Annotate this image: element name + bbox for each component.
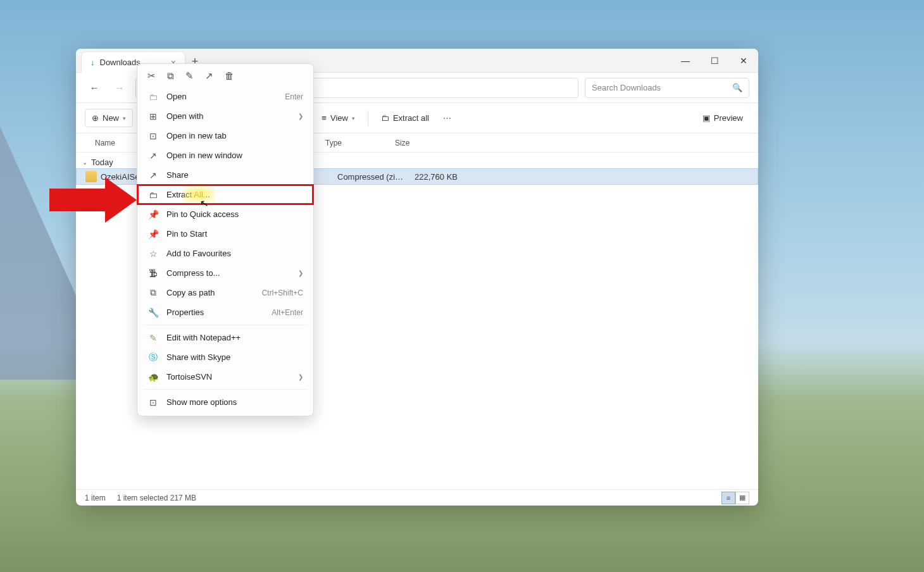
status-item-count: 1 item — [85, 494, 106, 502]
pin-icon: 📌 — [147, 229, 159, 239]
menu-show-more-options[interactable]: ⊡ Show more options — [137, 392, 313, 412]
menu-divider — [144, 389, 307, 390]
extract-icon: 🗀 — [381, 113, 389, 123]
download-icon: ↓ — [91, 58, 95, 67]
menu-share[interactable]: ↗ Share — [137, 165, 313, 185]
status-selected: 1 item selected 217 MB — [117, 494, 196, 502]
menu-pin-start[interactable]: 📌 Pin to Start — [137, 224, 313, 244]
preview-icon: ▣ — [702, 113, 710, 123]
chevron-down-icon: ▾ — [123, 115, 126, 121]
view-button[interactable]: ≡ View ▾ — [315, 109, 361, 127]
menu-show-more-label: Show more options — [166, 397, 303, 407]
more-button[interactable]: ⋯ — [439, 109, 455, 127]
delete-icon[interactable]: 🗑 — [225, 70, 234, 82]
forward-button[interactable]: → — [110, 78, 129, 97]
menu-open-new-tab-label: Open in new tab — [166, 131, 303, 140]
star-icon: ☆ — [147, 249, 159, 259]
search-icon: 🔍 — [732, 83, 742, 92]
menu-copy-path-label: Copy as path — [166, 288, 254, 297]
menu-open-new-window-label: Open in new window — [166, 151, 303, 160]
minimize-button[interactable]: — — [671, 49, 700, 72]
new-tab-icon: ⊡ — [147, 131, 159, 141]
chevron-right-icon: ❯ — [298, 373, 303, 380]
extract-all-button[interactable]: 🗀 Extract all — [375, 109, 435, 127]
close-window-button[interactable]: ✕ — [729, 49, 758, 72]
new-window-icon: ↗ — [147, 151, 159, 161]
menu-extract-all-label: Extract All... — [166, 190, 303, 199]
notepad-icon: ✎ — [147, 333, 159, 343]
toolbar-separator — [368, 111, 368, 126]
menu-pin-quick-label: Pin to Quick access — [166, 209, 303, 219]
zip-file-icon — [85, 171, 97, 182]
group-label: Today — [91, 158, 113, 167]
pin-icon: 📌 — [147, 209, 159, 220]
extract-icon: 🗀 — [147, 190, 159, 200]
menu-share-skype[interactable]: Ⓢ Share with Skype — [137, 347, 313, 367]
maximize-button[interactable]: ☐ — [700, 49, 729, 72]
menu-tortoise-label: TortoiseSVN — [166, 372, 290, 382]
extract-all-label: Extract all — [393, 113, 429, 123]
column-type[interactable]: Type — [325, 139, 395, 147]
properties-icon: 🔧 — [147, 308, 159, 318]
menu-compress-to[interactable]: 🗜 Compress to... ❯ — [137, 263, 313, 283]
rename-icon[interactable]: ✎ — [185, 70, 194, 82]
menu-pin-quick-access[interactable]: 📌 Pin to Quick access — [137, 204, 313, 224]
menu-properties-label: Properties — [166, 308, 264, 317]
chevron-right-icon: ❯ — [298, 270, 303, 277]
tab-title: Downloads — [100, 58, 140, 67]
cut-icon[interactable]: ✂ — [147, 70, 156, 82]
menu-edit-notepad[interactable]: ✎ Edit with Notepad++ — [137, 328, 313, 347]
menu-copy-as-path[interactable]: ⧉ Copy as path Ctrl+Shift+C — [137, 283, 313, 302]
plus-circle-icon: ⊕ — [92, 113, 99, 123]
menu-divider — [144, 325, 307, 325]
file-type: Compressed (zipp... — [337, 172, 407, 182]
new-button[interactable]: ⊕ New ▾ — [85, 109, 133, 127]
menu-edit-notepad-label: Edit with Notepad++ — [166, 333, 303, 342]
tortoisesvn-icon: 🐢 — [147, 372, 159, 382]
menu-share-label: Share — [166, 170, 303, 180]
context-menu-toolbar: ✂ ⧉ ✎ ↗ 🗑 — [137, 68, 313, 87]
menu-open-shortcut: Enter — [285, 92, 303, 101]
thumbnails-view-button[interactable]: ▦ — [735, 492, 749, 504]
menu-share-skype-label: Share with Skype — [166, 352, 303, 362]
menu-extract-all[interactable]: 🗀 Extract All... — [137, 185, 313, 204]
menu-open-with-label: Open with — [166, 111, 290, 121]
folder-icon: 🗀 — [147, 92, 159, 102]
menu-open-label: Open — [166, 92, 277, 101]
more-icon: ⊡ — [147, 397, 159, 407]
copy-path-icon: ⧉ — [147, 287, 159, 298]
menu-open-new-window[interactable]: ↗ Open in new window — [137, 146, 313, 165]
menu-pin-start-label: Pin to Start — [166, 229, 303, 239]
menu-tortoisesvn[interactable]: 🐢 TortoiseSVN ❯ — [137, 367, 313, 387]
menu-properties[interactable]: 🔧 Properties Alt+Enter — [137, 302, 313, 322]
copy-icon[interactable]: ⧉ — [167, 70, 174, 82]
chevron-right-icon: ❯ — [298, 113, 303, 120]
view-icon: ≡ — [322, 113, 327, 123]
chevron-down-icon: ⌄ — [82, 159, 87, 166]
details-view-button[interactable]: ≡ — [721, 492, 735, 504]
menu-open[interactable]: 🗀 Open Enter — [137, 87, 313, 106]
search-input[interactable]: Search Downloads 🔍 — [585, 78, 749, 98]
search-placeholder: Search Downloads — [592, 83, 661, 92]
menu-add-favourites-label: Add to Favourites — [166, 249, 303, 258]
context-menu: ✂ ⧉ ✎ ↗ 🗑 🗀 Open Enter ⊞ Open with ❯ ⊡ O… — [137, 63, 314, 416]
menu-add-favourites[interactable]: ☆ Add to Favourites — [137, 244, 313, 263]
new-label: New — [103, 113, 119, 123]
compress-icon: 🗜 — [147, 268, 159, 278]
share-icon[interactable]: ↗ — [205, 70, 213, 82]
open-with-icon: ⊞ — [147, 111, 159, 121]
preview-label: Preview — [714, 113, 743, 123]
menu-copy-path-shortcut: Ctrl+Shift+C — [262, 289, 303, 297]
view-label: View — [330, 113, 348, 123]
preview-button[interactable]: ▣ Preview — [696, 109, 749, 127]
column-size[interactable]: Size — [395, 139, 446, 147]
file-size: 222,760 KB — [407, 172, 458, 182]
menu-properties-shortcut: Alt+Enter — [272, 308, 303, 317]
menu-open-with[interactable]: ⊞ Open with ❯ — [137, 106, 313, 126]
menu-open-new-tab[interactable]: ⊡ Open in new tab — [137, 126, 313, 146]
back-button[interactable]: ← — [85, 78, 104, 97]
chevron-down-icon: ▾ — [352, 115, 355, 121]
status-bar: 1 item 1 item selected 217 MB ≡ ▦ — [76, 489, 758, 506]
skype-icon: Ⓢ — [147, 352, 159, 363]
menu-compress-label: Compress to... — [166, 268, 290, 278]
